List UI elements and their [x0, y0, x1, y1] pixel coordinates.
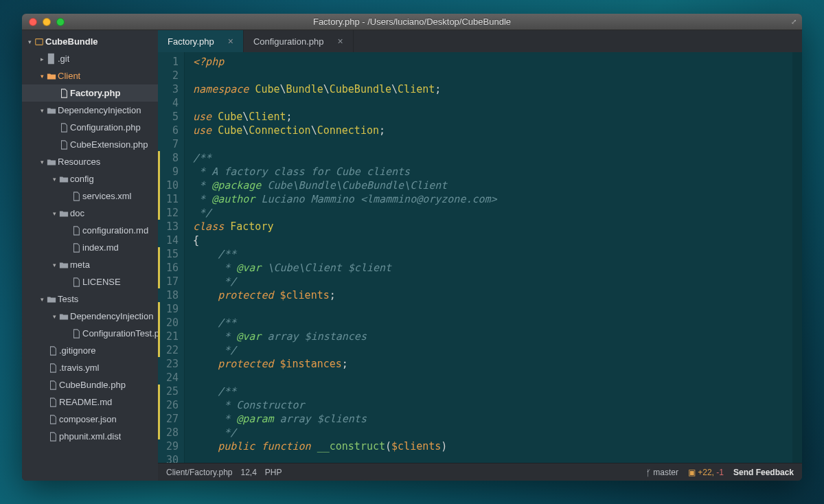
file-icon [70, 192, 82, 201]
tree-folder-resources[interactable]: ▾ Resources [22, 153, 158, 170]
tree-folder-git[interactable]: ▸▉ .git [22, 50, 158, 67]
editor-window: Factory.php - /Users/luciano/Desktop/Cub… [22, 14, 802, 481]
diff-icon: ▣ [688, 468, 696, 477]
file-icon [70, 329, 82, 339]
tree-file-license[interactable]: LICENSE [22, 273, 158, 290]
tree-folder-meta[interactable]: ▾ meta [22, 256, 158, 273]
file-icon [58, 123, 70, 133]
scrollbar[interactable] [792, 52, 802, 463]
tab-label: Configuration.php [253, 36, 324, 47]
file-icon [47, 415, 59, 424]
file-icon [58, 89, 70, 98]
close-icon[interactable] [29, 18, 37, 26]
folder-icon [58, 312, 70, 321]
send-feedback-button[interactable]: Send Feedback [733, 468, 794, 477]
tree-folder-di2[interactable]: ▾ DependencyInjection [22, 308, 158, 325]
tree-file-conf-md[interactable]: configuration.md [22, 222, 158, 239]
file-icon [47, 380, 59, 390]
tree-folder-di[interactable]: ▾ DependencyInjection [22, 102, 158, 119]
tree-file-gitignore[interactable]: .gitignore [22, 342, 158, 359]
file-icon [47, 363, 59, 373]
tab-label: Factory.php [168, 36, 214, 47]
project-icon [33, 37, 45, 47]
folder-icon [58, 260, 70, 270]
file-icon [47, 346, 59, 356]
tree-file-cubeext[interactable]: CubeExtension.php [22, 136, 158, 153]
branch-icon: ᚶ [646, 468, 651, 478]
status-language[interactable]: PHP [265, 468, 282, 477]
file-icon [70, 277, 82, 287]
file-icon [58, 140, 70, 150]
git-branch[interactable]: ᚶ master [646, 468, 678, 477]
titlebar[interactable]: Factory.php - /Users/luciano/Desktop/Cub… [22, 14, 802, 30]
zoom-icon[interactable] [56, 18, 65, 26]
tree-file-phpunit[interactable]: phpunit.xml.dist [22, 428, 158, 445]
project-root[interactable]: ▾ CubeBundle [22, 33, 158, 50]
file-icon [47, 398, 59, 407]
line-gutter[interactable]: 1234567891011121314151617181920212223242… [158, 52, 185, 463]
git-diff-stat[interactable]: ▣ +22, -1 [688, 468, 724, 477]
tree-file-factory[interactable]: Factory.php [22, 84, 158, 102]
window-title: Factory.php - /Users/luciano/Desktop/Cub… [313, 16, 511, 27]
close-tab-icon[interactable]: × [228, 36, 233, 47]
folder-icon: ▉ [45, 54, 58, 64]
tree-folder-tests[interactable]: ▾ Tests [22, 290, 158, 308]
tab-bar: Factory.php × Configuration.php × [158, 30, 802, 52]
folder-icon [45, 106, 58, 115]
folder-open-icon [45, 71, 58, 81]
tree-folder-doc[interactable]: ▾ doc [22, 205, 158, 222]
tree-file-conftest[interactable]: ConfigurationTest.php [22, 325, 158, 342]
folder-icon [58, 174, 70, 184]
file-icon [70, 226, 82, 236]
close-tab-icon[interactable]: × [338, 36, 343, 47]
tree-file-composer[interactable]: composer.json [22, 411, 158, 428]
minimize-icon[interactable] [43, 18, 51, 26]
tab-configuration[interactable]: Configuration.php × [244, 30, 354, 52]
file-icon [47, 432, 59, 442]
tree-file-config-php[interactable]: Configuration.php [22, 119, 158, 136]
folder-icon [58, 209, 70, 218]
code-area[interactable]: 1234567891011121314151617181920212223242… [158, 52, 802, 463]
folder-icon [45, 157, 58, 167]
svg-rect-0 [36, 38, 43, 45]
tree-file-readme[interactable]: README.md [22, 393, 158, 411]
tree-file-travis[interactable]: .travis.yml [22, 359, 158, 376]
status-bar: Client/Factory.php 12,4 PHP ᚶ master ▣ +… [158, 463, 802, 481]
tab-factory[interactable]: Factory.php × [158, 30, 244, 52]
tree-folder-config[interactable]: ▾ config [22, 170, 158, 187]
file-icon [70, 243, 82, 253]
status-path[interactable]: Client/Factory.php [166, 468, 233, 477]
fullscreen-icon[interactable]: ⤢ [791, 18, 797, 25]
tree-file-cubebundle[interactable]: CubeBundle.php [22, 376, 158, 393]
tree-file-services[interactable]: services.xml [22, 187, 158, 205]
status-cursor-pos[interactable]: 12,4 [241, 468, 257, 477]
editor-pane: Factory.php × Configuration.php × 123456… [158, 30, 802, 481]
tree-file-index-md[interactable]: index.md [22, 239, 158, 256]
code-content[interactable]: <?phpnamespace Cube\Bundle\CubeBundle\Cl… [185, 52, 792, 463]
folder-icon [45, 295, 58, 304]
file-tree[interactable]: ▾ CubeBundle ▸▉ .git ▾ Client Factory.ph… [22, 30, 158, 481]
tree-folder-client[interactable]: ▾ Client [22, 67, 158, 84]
